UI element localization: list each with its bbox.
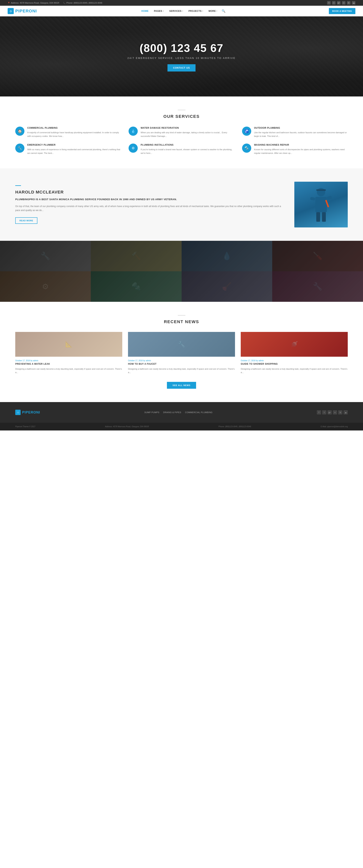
footer-links: SUMP PUMPS DRAINS & PIPES COMMERCIAL PLU… xyxy=(144,411,212,413)
hero-phone-number: (800) 123 45 67 xyxy=(140,41,223,54)
gallery-overlay-8 xyxy=(272,271,363,302)
footer-behance-icon[interactable]: b xyxy=(338,410,342,414)
nav-item-home[interactable]: HOME xyxy=(139,8,151,14)
phone-icon xyxy=(63,2,65,4)
logo[interactable]: ◇ PIPERONI xyxy=(8,8,37,14)
footer-link-sump[interactable]: SUMP PUMPS xyxy=(144,411,159,413)
gallery-overlay-1 xyxy=(0,241,91,271)
about-section: HAROLD MCCLEAVER PLUMBINGPRO IS A BEST S… xyxy=(0,168,363,241)
gallery-overlay-2 xyxy=(91,241,182,271)
gallery-item-6[interactable]: 🔩 xyxy=(91,271,182,302)
service-title-commercial: COMMERCIAL PLUMBING xyxy=(27,127,121,129)
facebook-icon[interactable]: f xyxy=(327,1,331,5)
news-excerpt-3: Designing a bathroom can easily become a… xyxy=(241,367,348,374)
gallery-section: 🔧 🔨 💧 🪛 ⚙ 🔩 🪠 🔧 xyxy=(0,241,363,302)
news-title-1[interactable]: PREVENTING A WATER LEAK xyxy=(15,363,122,365)
twitter-icon[interactable]: t xyxy=(332,1,336,5)
news-date-1: October 17, 2016 by admin xyxy=(15,360,122,362)
gallery-item-1[interactable]: 🔧 xyxy=(0,241,91,271)
service-title-outdoor: OUTDOOR PLUMBING xyxy=(254,127,348,129)
footer-googleplus-icon[interactable]: g+ xyxy=(328,410,332,414)
logo-text: PIPERONI xyxy=(15,8,37,13)
service-desc-emergency: With so many years of experience in fixi… xyxy=(27,148,121,155)
news-date-3: October 17, 2016 by admin xyxy=(241,360,348,362)
footer-link-commercial[interactable]: COMMERCIAL PLUMBING xyxy=(185,411,212,413)
top-bar-social: f t g+ v b ☁ xyxy=(327,1,355,5)
svg-point-0 xyxy=(317,188,325,196)
svg-rect-4 xyxy=(327,195,332,199)
chevron-down-icon: ▾ xyxy=(163,10,164,12)
service-title-washing: WASHING MACHINES REPAIR xyxy=(254,144,348,146)
services-section: OUR SERVICES 🏠 COMMERCIAL PLUMBING A maj… xyxy=(0,96,363,168)
footer-twitter-icon[interactable]: t xyxy=(322,410,326,414)
about-tagline: PLUMBINGPRO IS A BEST SANTA MONICA PLUMB… xyxy=(15,197,283,202)
news-card-3: 🚿 October 17, 2016 by admin GUIDE TO SHO… xyxy=(241,332,348,374)
footer-facebook-icon[interactable]: f xyxy=(317,410,321,414)
nav-item-services[interactable]: SERVICES ▾ xyxy=(167,8,186,14)
book-meeting-button[interactable]: BOOK A MEETING xyxy=(329,8,355,14)
footer-main: ◇ PIPERONI SUMP PUMPS DRAINS & PIPES COM… xyxy=(0,402,363,423)
service-icon-outdoor: 🚰 xyxy=(242,127,251,136)
news-image-2[interactable]: 🔧 xyxy=(128,332,235,357)
news-card-2: 🔧 October 17, 2016 by admin HOW TO BUY A… xyxy=(128,332,235,374)
hero-subtitle: 24/7 EMERGENCY SERVICE. LESS THAN 10 MIN… xyxy=(127,57,236,60)
top-bar-left: Address: 4578 Marmora Road, Glasgow, D04… xyxy=(8,2,102,4)
gallery-item-7[interactable]: 🪠 xyxy=(182,271,272,302)
googleplus-icon[interactable]: g+ xyxy=(337,1,340,5)
logo-text-2: RONI xyxy=(26,8,37,13)
pin-icon xyxy=(8,2,10,4)
news-title-3[interactable]: GUIDE TO SHOWER SHOPPING xyxy=(241,363,348,365)
nav-item-more[interactable]: MORE ▾ xyxy=(206,8,220,14)
service-item-installations: ⚙ PLUMBING INSTALLATIONS If you're looki… xyxy=(128,144,234,155)
news-image-1[interactable]: 📐 xyxy=(15,332,122,357)
gallery-overlay-3 xyxy=(182,241,272,271)
footer-link-drains[interactable]: DRAINS & PIPES xyxy=(163,411,181,413)
service-title-emergency: EMERGENCY PLUMBER xyxy=(27,144,121,146)
news-section-divider xyxy=(178,315,185,315)
news-img-inner-1: 📐 xyxy=(15,332,122,357)
service-content-emergency: EMERGENCY PLUMBER With so many years of … xyxy=(27,144,121,155)
search-icon[interactable]: 🔍 xyxy=(220,8,227,14)
footer-logo-symbol: ◇ xyxy=(17,411,19,414)
news-image-3[interactable]: 🚿 xyxy=(241,332,348,357)
footer-vimeo-icon[interactable]: v xyxy=(333,410,337,414)
contact-us-button[interactable]: CONTACT US xyxy=(168,64,196,71)
footer-bottom-phone: Phone: (800)123-0045, (800)123-0046 xyxy=(218,426,251,428)
nav-item-pages[interactable]: PAGES ▾ xyxy=(151,8,167,14)
footer-copyright: Piperoni Theme © 2017 xyxy=(15,426,35,428)
service-icon-installations: ⚙ xyxy=(128,144,138,153)
svg-rect-3 xyxy=(310,197,315,200)
nav-item-projects[interactable]: PROJECTS ▾ xyxy=(186,8,206,14)
gallery-item-4[interactable]: 🪛 xyxy=(272,241,363,271)
news-section: RECENT NEWS 📐 October 17, 2016 by admin … xyxy=(0,302,363,402)
service-desc-water: When you are dealing with any kind of wa… xyxy=(141,131,234,138)
behance-icon[interactable]: b xyxy=(347,1,351,5)
gallery-item-5[interactable]: ⚙ xyxy=(0,271,91,302)
chevron-down-icon: ▾ xyxy=(202,10,203,12)
service-title-installations: PLUMBING INSTALLATIONS xyxy=(141,144,234,146)
service-item-washing: 🔩 WASHING MACHINES REPAIR Known for caus… xyxy=(242,144,348,155)
gallery-overlay-7 xyxy=(182,271,272,302)
read-more-button[interactable]: READ MORE xyxy=(15,217,37,224)
service-title-water: WATER DAMAGE RESTORATION xyxy=(141,127,234,129)
footer-logo[interactable]: ◇ PIPERONI xyxy=(15,410,40,415)
service-icon-emergency: 🔧 xyxy=(15,144,24,153)
logo-symbol: ◇ xyxy=(10,9,12,12)
see-all-news-button[interactable]: SEE ALL NEWS xyxy=(167,382,196,389)
service-desc-washing: Known for causing different sorts of dis… xyxy=(254,148,348,155)
gallery-item-8[interactable]: 🔧 xyxy=(272,271,363,302)
services-title: OUR SERVICES xyxy=(15,114,348,119)
news-img-inner-2: 🔧 xyxy=(128,332,235,357)
gallery-item-2[interactable]: 🔨 xyxy=(91,241,182,271)
footer-cloud-icon[interactable]: ☁ xyxy=(343,410,348,414)
vimeo-icon[interactable]: v xyxy=(342,1,345,5)
plumber-silhouette xyxy=(310,186,332,224)
footer-logo-icon: ◇ xyxy=(15,410,21,415)
news-title-2[interactable]: HOW TO BUY A FAUCET xyxy=(128,363,235,365)
service-desc-installations: If you're looking to install a brand new… xyxy=(141,148,234,155)
footer-bottom-address: Address: 4578 Marmora Road, Glasgow, D04… xyxy=(105,426,149,428)
cloud-icon[interactable]: ☁ xyxy=(352,1,355,5)
gallery-item-3[interactable]: 💧 xyxy=(182,241,272,271)
logo-text-1: PIPE xyxy=(15,8,26,13)
top-bar: Address: 4578 Marmora Road, Glasgow, D04… xyxy=(0,0,363,6)
